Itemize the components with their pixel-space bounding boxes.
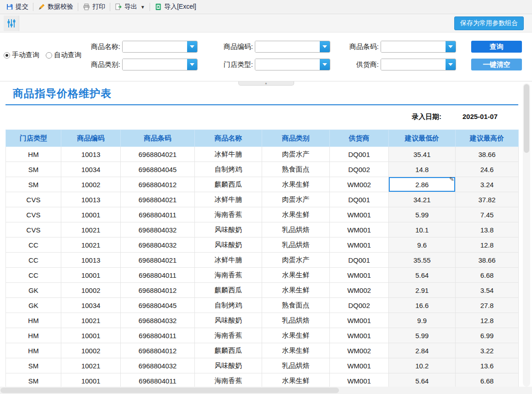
table-cell[interactable]: HM [6, 343, 61, 358]
table-cell[interactable]: 自制烤鸡 [195, 162, 262, 177]
supplier-dropdown-button[interactable] [446, 59, 456, 70]
table-cell[interactable]: 6968804021 [121, 253, 195, 268]
table-cell[interactable]: 6968804011 [121, 373, 195, 389]
table-cell[interactable]: 6968804045 [121, 298, 195, 313]
table-cell[interactable]: 10.1 [389, 222, 456, 237]
table-cell[interactable]: 5.64 [389, 268, 456, 283]
table-row[interactable]: SM100346968804045自制烤鸡熟食面点DQ00214.824.6 [6, 162, 519, 177]
table-row[interactable]: CVS100216968804032风味酸奶乳品烘焙WM00110.113.8 [6, 222, 519, 237]
collapse-handle[interactable]: ▲ [238, 81, 294, 86]
auto-query-radio[interactable]: 自动查询 [46, 51, 81, 59]
table-cell[interactable]: 27.8 [456, 298, 519, 313]
product-code-input[interactable] [255, 41, 320, 52]
table-cell[interactable]: 10013 [61, 192, 121, 207]
table-cell[interactable]: 6.68 [456, 268, 519, 283]
table-cell[interactable]: 10013 [61, 253, 121, 268]
table-cell[interactable]: 海南香蕉 [195, 268, 262, 283]
table-cell[interactable]: WM002 [330, 283, 389, 298]
table-cell[interactable]: WM001 [330, 268, 389, 283]
table-cell[interactable]: 10013 [61, 147, 121, 162]
table-cell[interactable]: CC [6, 237, 61, 253]
table-cell[interactable]: 9.9 [389, 313, 456, 328]
table-cell[interactable]: 16.6 [389, 298, 456, 313]
table-row[interactable]: SM100216968804032风味酸奶乳品烘焙WM00110.213.6 [6, 358, 519, 373]
table-cell[interactable]: 10021 [61, 222, 121, 237]
column-header[interactable]: 供货商 [330, 130, 389, 147]
table-cell[interactable]: 10001 [61, 328, 121, 343]
table-cell[interactable]: 6.99 [456, 328, 519, 343]
product-category-input[interactable] [123, 59, 187, 70]
product-barcode-input[interactable] [381, 41, 446, 52]
table-cell[interactable]: 肉蛋水产 [262, 253, 330, 268]
table-cell[interactable]: 10002 [61, 343, 121, 358]
table-cell[interactable]: 水果生鲜 [262, 328, 330, 343]
table-cell[interactable]: 5.99 [389, 207, 456, 222]
table-cell[interactable]: 海南香蕉 [195, 328, 262, 343]
table-cell[interactable]: 6968804032 [121, 358, 195, 373]
table-cell[interactable]: DQ001 [330, 253, 389, 268]
table-cell[interactable]: DQ002 [330, 162, 389, 177]
submit-button[interactable]: 提交 [3, 1, 32, 12]
table-cell[interactable]: 熟食面点 [262, 298, 330, 313]
table-cell[interactable]: 10002 [61, 283, 121, 298]
product-code-dropdown-button[interactable] [320, 41, 330, 52]
table-row[interactable]: CC100136968804021冰鲜牛腩肉蛋水产DQ00135.5538.66 [6, 253, 519, 268]
table-cell[interactable]: GK [6, 298, 61, 313]
table-cell[interactable]: 10002 [61, 177, 121, 192]
table-row[interactable]: HM100136968804021冰鲜牛腩肉蛋水产DQ00135.4138.66 [6, 147, 519, 162]
table-row[interactable]: CC100216968804032风味酸奶乳品烘焙WM0019.612.8 [6, 237, 519, 253]
product-barcode-dropdown-button[interactable] [446, 41, 456, 52]
table-cell[interactable]: 10021 [61, 358, 121, 373]
table-cell[interactable]: 水果生鲜 [262, 268, 330, 283]
column-header[interactable]: 商品条码 [121, 130, 195, 147]
table-cell[interactable]: CVS [6, 207, 61, 222]
clear-all-button[interactable]: 一键清空 [471, 59, 522, 70]
table-row[interactable]: GK100026968804012麒麟西瓜水果生鲜WM0022.913.54 [6, 283, 519, 298]
table-cell[interactable]: 6968804032 [121, 222, 195, 237]
table-cell[interactable]: WM001 [330, 358, 389, 373]
table-cell[interactable]: WM001 [330, 373, 389, 389]
table-cell[interactable]: 35.55 [389, 253, 456, 268]
table-cell[interactable]: WM002 [330, 177, 389, 192]
table-cell[interactable]: 13.6 [456, 358, 519, 373]
table-cell[interactable]: 海南香蕉 [195, 373, 262, 389]
table-cell[interactable]: 乳品烘焙 [262, 222, 330, 237]
table-cell[interactable]: 6968804012 [121, 283, 195, 298]
table-cell[interactable]: 10.2 [389, 358, 456, 373]
table-cell[interactable]: WM001 [330, 222, 389, 237]
table-cell[interactable]: HM [6, 313, 61, 328]
column-header[interactable]: 商品类别 [262, 130, 330, 147]
product-category-dropdown-button[interactable] [187, 59, 197, 70]
table-cell[interactable]: 2.84 [389, 343, 456, 358]
table-cell[interactable]: 13.8 [456, 222, 519, 237]
table-cell[interactable]: 熟食面点 [262, 162, 330, 177]
store-type-input[interactable] [255, 59, 320, 70]
vertical-scrollbar[interactable] [523, 83, 530, 387]
table-cell[interactable]: 麒麟西瓜 [195, 177, 262, 192]
table-cell[interactable]: 水果生鲜 [262, 207, 330, 222]
table-cell[interactable]: SM [6, 177, 61, 192]
table-cell[interactable]: 10001 [61, 207, 121, 222]
table-cell[interactable]: 10034 [61, 162, 121, 177]
table-cell[interactable]: 乳品烘焙 [262, 237, 330, 253]
table-cell[interactable]: 风味酸奶 [195, 313, 262, 328]
table-cell[interactable]: 10034 [61, 298, 121, 313]
table-cell[interactable]: 6968804012 [121, 343, 195, 358]
table-cell[interactable]: 6968804021 [121, 147, 195, 162]
table-cell[interactable]: 5.64 [389, 373, 456, 389]
table-cell[interactable]: 10021 [61, 313, 121, 328]
import-excel-button[interactable]: 导入[Excel] [151, 1, 199, 12]
horizontal-scrollbar-thumb[interactable] [0, 388, 339, 393]
table-cell[interactable]: 海南香蕉 [195, 207, 262, 222]
table-cell[interactable]: 6968804011 [121, 328, 195, 343]
table-cell[interactable]: HM [6, 328, 61, 343]
table-cell[interactable]: CC [6, 268, 61, 283]
table-cell[interactable]: GK [6, 283, 61, 298]
table-cell[interactable]: 2.86✎ [389, 177, 456, 192]
table-cell[interactable]: CVS [6, 192, 61, 207]
table-cell[interactable]: 37.82 [456, 192, 519, 207]
table-cell[interactable]: 14.8 [389, 162, 456, 177]
table-cell[interactable]: 10001 [61, 373, 121, 389]
print-button[interactable]: 打印 [80, 1, 108, 12]
column-header[interactable]: 商品名称 [195, 130, 262, 147]
